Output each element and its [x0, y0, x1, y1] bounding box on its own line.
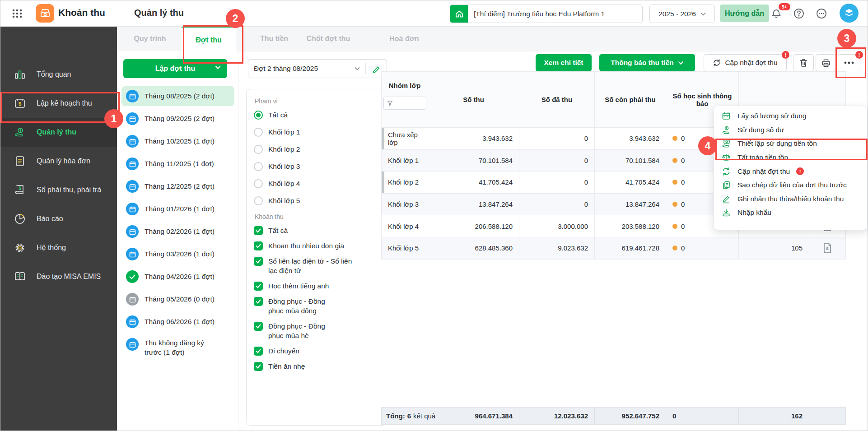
- fee-option[interactable]: Tất cả: [254, 226, 378, 235]
- app-logo-icon: [36, 4, 54, 23]
- pie-chart-icon: [13, 213, 27, 225]
- scope-option-khoi-lop-1[interactable]: Khối lớp 1: [254, 127, 378, 137]
- delete-button[interactable]: [793, 54, 814, 71]
- scope-option-khoi-lop-3[interactable]: Khối lớp 3: [254, 162, 378, 171]
- group-link[interactable]: Khối lớp 4: [381, 215, 428, 237]
- fee-option[interactable]: Tiền ăn nhẹ: [254, 361, 378, 371]
- group-link[interactable]: Khối lớp 5: [381, 237, 428, 260]
- tab-dot-thu[interactable]: Đợt thu: [182, 26, 236, 52]
- sidebar-item-lap-ke-hoach-thu[interactable]: $ Lập kế hoạch thu: [0, 89, 117, 118]
- menu-item-cap-nhat-dot-thu[interactable]: Cập nhật đợt thu !: [714, 164, 867, 178]
- more-actions-menu: Lấy số lượng sử dụng Sử dụng số dư Thiết…: [714, 106, 868, 230]
- tab-thu-tien[interactable]: Thu tiền: [247, 26, 301, 51]
- menu-item-su-dung-so-du[interactable]: Sử dụng số dư: [714, 123, 867, 137]
- checkbox-checked-icon: [254, 257, 263, 266]
- sidebar-item-so-phai-thu-phai-tra[interactable]: $ Sổ phải thu, phải trả: [0, 176, 117, 204]
- batch-select[interactable]: Đợt 2 tháng 08/2025: [248, 65, 355, 73]
- fees-section-label: Khoản thu: [255, 213, 378, 220]
- check-icon: [126, 270, 139, 283]
- group-link[interactable]: Khối lớp 3: [381, 194, 428, 216]
- receipt-cell: $: [809, 237, 846, 260]
- menu-item-sao-chep-du-lieu[interactable]: Sao chép dữ liệu của đợt thu trước: [714, 178, 867, 192]
- scales-icon: [721, 153, 731, 162]
- app-window: Khoản thu Quản lý thu [Thí điểm] Trường …: [0, 0, 868, 431]
- sidebar-item-label: Quản lý hóa đơn: [37, 157, 90, 165]
- sidebar-item-quan-ly-thu[interactable]: Quản lý thu: [0, 118, 117, 147]
- user-avatar[interactable]: [840, 4, 859, 23]
- sidebar-item-label: Hệ thống: [37, 244, 66, 252]
- sidebar-item-label: Sổ phải thu, phải trả: [37, 186, 101, 194]
- sidebar-item-dao-tao-misa-emis[interactable]: Đào tạo MISA EMIS: [0, 262, 117, 291]
- month-item[interactable]: Tháng 05/2026 (0 đợt): [121, 289, 234, 309]
- guide-button[interactable]: Hướng dẫn: [720, 5, 769, 22]
- sidebar-item-he-thong[interactable]: Hệ thống: [0, 233, 117, 262]
- scope-option-khoi-lop-4[interactable]: Khối lớp 4: [254, 179, 378, 188]
- pencil-icon: [721, 195, 731, 204]
- month-item[interactable]: Tháng 06/2026 (1 đợt): [121, 312, 234, 332]
- calendar-icon: [126, 248, 139, 260]
- tab-quy-trinh[interactable]: Quy trình: [123, 26, 177, 51]
- more-actions-button[interactable]: !: [838, 54, 860, 71]
- create-batch-button[interactable]: Lập đợt thu: [123, 59, 227, 78]
- fee-option[interactable]: Khoan thu nhieu don gia: [254, 241, 378, 250]
- school-year-select[interactable]: 2025 - 2026: [649, 5, 715, 23]
- month-item[interactable]: Thu không đăng ký trước (1 đợt): [121, 334, 234, 361]
- sidebar-item-tong-quan[interactable]: Tổng quan: [0, 60, 117, 89]
- checkbox-checked-icon: [254, 322, 263, 331]
- create-batch-label: Lập đợt thu: [155, 65, 196, 72]
- month-item[interactable]: Tháng 01/2026 (1 đợt): [121, 199, 234, 219]
- radio-icon: [254, 128, 263, 137]
- school-selector[interactable]: [Thí điểm] Trường tiểu học Edu Platform …: [450, 5, 643, 23]
- scope-option-khoi-lop-2[interactable]: Khối lớp 2: [254, 144, 378, 154]
- menu-item-thiet-lap-su-dung-tien-ton[interactable]: Thiết lập sử dụng tiền tồn: [714, 137, 867, 151]
- month-item[interactable]: Tháng 02/2026 (1 đợt): [121, 222, 234, 241]
- help-button[interactable]: [791, 5, 807, 22]
- fee-option[interactable]: Học thêm tiếng anh: [254, 281, 378, 291]
- scope-option-khoi-lop-5[interactable]: Khối lớp 5: [254, 196, 378, 205]
- fee-option[interactable]: Đồng phục - Đồng phục mùa đông: [254, 297, 378, 315]
- menu-item-ghi-nhan-thu-thua-thieu[interactable]: Ghi nhận thu thừa/thiếu khoản thu: [714, 192, 867, 206]
- month-item[interactable]: Tháng 11/2025 (1 đợt): [121, 154, 234, 174]
- sidebar-item-label: Đào tạo MISA EMIS: [37, 273, 101, 281]
- notify-collect-button[interactable]: Thông báo thu tiền: [599, 54, 695, 71]
- group-link[interactable]: Khối lớp 1: [381, 150, 428, 172]
- app-grid-icon[interactable]: [10, 7, 24, 20]
- calendar-icon: [126, 225, 139, 238]
- school-name: [Thí điểm] Trường tiểu học Edu Platform …: [468, 10, 611, 18]
- alert-badge: !: [796, 167, 804, 175]
- tab-hoa-don[interactable]: Hoá đơn: [377, 26, 431, 51]
- month-item[interactable]: Tháng 08/2025 (2 đợt): [121, 86, 234, 106]
- amount-cell: 41.705.424: [428, 171, 519, 194]
- month-item[interactable]: Tháng 12/2025 (2 đợt): [121, 176, 234, 196]
- month-item[interactable]: Tháng 09/2025 (2 đợt): [121, 109, 234, 129]
- view-detail-button[interactable]: Xem chi tiết: [536, 54, 592, 71]
- table-row: Khối lớp 5 628.485.360 9.023.632 619.461…: [381, 237, 846, 260]
- month-item[interactable]: Tháng 03/2026 (1 đợt): [121, 244, 234, 264]
- menu-item-tat-toan-tien-ton[interactable]: Tất toán tiền tồn: [714, 151, 867, 165]
- more-options-button[interactable]: [813, 5, 830, 22]
- refresh-icon: [721, 167, 731, 176]
- ledger-book-icon: $: [13, 184, 27, 196]
- menu-item-lay-so-luong-su-dung[interactable]: Lấy số lượng sử dụng: [714, 109, 867, 123]
- fee-option[interactable]: Di chuyển: [254, 346, 378, 356]
- tab-chot-dot-thu[interactable]: Chốt đợt thu: [297, 26, 360, 51]
- fee-option[interactable]: Sổ liên lạc điện tử - Sổ liên lạc điện t…: [254, 256, 378, 275]
- update-batch-button[interactable]: Cập nhật đợt thu !: [704, 54, 787, 71]
- sidebar-item-label: Tổng quan: [37, 70, 71, 79]
- group-link[interactable]: Khối lớp 2: [381, 171, 428, 194]
- month-item[interactable]: Tháng 04/2026 (1 đợt): [121, 267, 234, 287]
- group-filter-input[interactable]: [383, 97, 426, 110]
- menu-item-nhap-khau[interactable]: Nhập khẩu: [714, 206, 867, 220]
- scope-option-tat-ca[interactable]: Tất cả: [254, 110, 378, 120]
- sidebar-item-quan-ly-hoa-don[interactable]: Quản lý hóa đơn: [0, 147, 117, 176]
- fee-option[interactable]: Đồng phục - Đồng phục mùa hè: [254, 321, 378, 340]
- tabbar: Quy trình Đợt thu Thu tiền Chốt đợt thu …: [117, 26, 868, 51]
- total-students: 162: [739, 408, 809, 424]
- group-link[interactable]: Chưa xếp lớp: [381, 128, 428, 150]
- print-button[interactable]: [816, 54, 836, 71]
- ellipsis-circle-icon: [816, 8, 827, 19]
- sidebar-item-bao-cao[interactable]: Báo cáo: [0, 204, 117, 233]
- calendar-icon: [126, 158, 139, 170]
- alert-badge: !: [855, 51, 863, 59]
- month-item[interactable]: Tháng 10/2025 (1 đợt): [121, 131, 234, 151]
